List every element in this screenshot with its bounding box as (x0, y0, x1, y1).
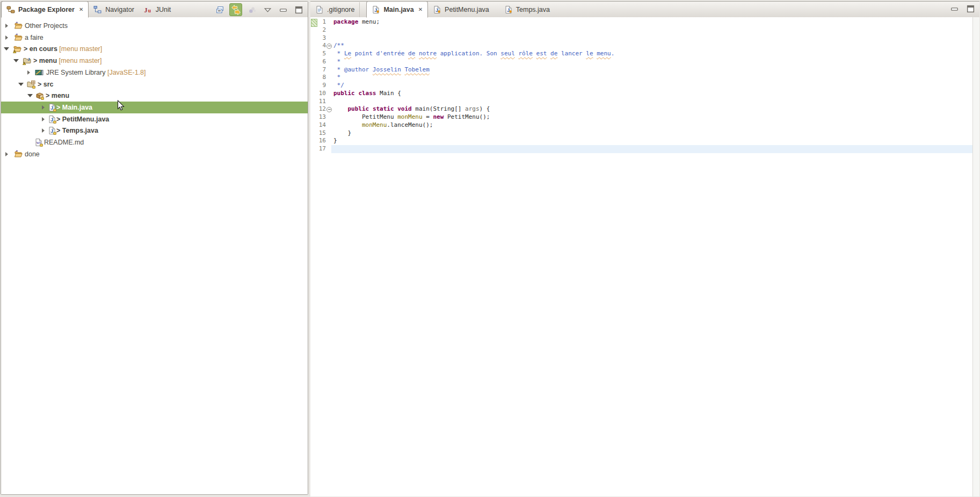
annotation-ruler[interactable] (310, 129, 317, 138)
code-line-5[interactable]: 5 * Le point d'entrée de notre applicati… (310, 50, 973, 58)
tree-item-en-cours[interactable]: > en cours [menu master] (1, 43, 308, 55)
code-text[interactable]: * (331, 74, 973, 82)
editor-tab-temps-java[interactable]: J Temps.java (499, 2, 555, 17)
line-number[interactable]: 13 (317, 113, 326, 121)
line-number[interactable]: 10 (317, 90, 326, 98)
line-number[interactable]: 4 (317, 42, 326, 50)
maximize-view-button[interactable] (293, 4, 304, 16)
annotation-ruler[interactable] (310, 42, 317, 50)
close-icon[interactable]: ✕ (79, 6, 83, 12)
folding-ruler[interactable] (326, 121, 331, 129)
tree-item-a-faire[interactable]: a faire (1, 32, 308, 44)
folding-ruler[interactable] (326, 145, 331, 153)
folding-ruler[interactable] (326, 66, 331, 74)
folding-ruler[interactable] (326, 90, 331, 98)
code-area[interactable]: 1package menu;234/**5 * Le point d'entré… (310, 17, 973, 496)
chevron-right-icon[interactable] (42, 117, 45, 121)
annotation-ruler[interactable] (310, 105, 317, 113)
code-line-12[interactable]: 12 public static void main(String[] args… (310, 105, 973, 113)
folding-ruler[interactable] (326, 74, 331, 82)
code-line-1[interactable]: 1package menu; (310, 18, 973, 26)
folding-ruler[interactable] (326, 129, 331, 138)
chevron-down-icon[interactable] (4, 47, 9, 51)
chevron-down-icon[interactable] (18, 83, 24, 86)
chevron-right-icon[interactable] (5, 35, 8, 40)
view-tab-navigator[interactable]: Navigator (89, 2, 139, 17)
line-number[interactable]: 5 (317, 50, 326, 58)
chevron-right-icon[interactable] (42, 128, 45, 133)
tree-item-menu[interactable]: > menu (1, 90, 308, 102)
view-tab-junit[interactable]: Ju JUnit (139, 2, 176, 17)
code-line-10[interactable]: 10public class Main { (310, 90, 973, 98)
annotation-ruler[interactable] (310, 26, 317, 34)
folding-ruler[interactable] (326, 50, 331, 58)
annotation-ruler[interactable] (310, 113, 317, 121)
folding-ruler[interactable] (326, 26, 331, 34)
line-number[interactable]: 17 (317, 145, 326, 153)
annotation-ruler[interactable] (310, 50, 317, 58)
line-number[interactable]: 3 (317, 34, 326, 42)
code-line-16[interactable]: 16} (310, 137, 973, 145)
code-text[interactable]: /** (331, 42, 973, 50)
annotation-ruler[interactable] (310, 58, 317, 66)
code-line-6[interactable]: 6 * (310, 58, 973, 66)
code-editor[interactable]: 1package menu;234/**5 * Le point d'entré… (310, 17, 973, 496)
folding-ruler[interactable] (326, 105, 331, 113)
code-line-9[interactable]: 9 */ (310, 82, 973, 90)
annotation-ruler[interactable] (310, 82, 317, 90)
code-line-13[interactable]: 13 PetitMenu monMenu = new PetitMenu(); (310, 113, 973, 121)
minimize-editor-button[interactable] (949, 4, 959, 13)
fold-collapse-icon[interactable] (326, 107, 332, 112)
overview-ruler[interactable] (972, 17, 979, 496)
line-number[interactable]: 7 (317, 66, 326, 74)
annotation-ruler[interactable] (310, 18, 317, 26)
collapse-all-button[interactable] (214, 4, 226, 16)
code-text[interactable]: * @author Josselin Tobelem (331, 66, 973, 74)
code-text[interactable]: * Le point d'entrée de notre application… (331, 50, 973, 58)
line-number[interactable]: 15 (317, 129, 326, 138)
folding-ruler[interactable] (326, 42, 331, 50)
line-number[interactable]: 2 (317, 26, 326, 34)
code-line-17[interactable]: 17 (310, 145, 973, 153)
line-number[interactable]: 16 (317, 137, 326, 145)
annotation-ruler[interactable] (310, 137, 317, 145)
tree-item-done[interactable]: done (1, 148, 308, 160)
code-line-15[interactable]: 15 } (310, 129, 973, 138)
folding-ruler[interactable] (326, 82, 331, 90)
tree-item-temps-java[interactable]: J> Temps.java (1, 125, 308, 136)
tree-item-src[interactable]: > src (1, 78, 308, 90)
code-text[interactable]: } (331, 129, 973, 138)
line-number[interactable]: 6 (317, 58, 326, 66)
folding-ruler[interactable] (326, 113, 331, 121)
view-tab-package-explorer[interactable]: Package Explorer ✕ (1, 1, 89, 18)
chevron-down-icon[interactable] (13, 59, 19, 62)
code-text[interactable] (331, 98, 973, 106)
tree-item-other-projects[interactable]: Other Projects (1, 20, 308, 32)
tree-item-menu[interactable]: J> menu [menu master] (1, 55, 308, 67)
line-number[interactable]: 1 (317, 18, 326, 26)
folding-ruler[interactable] (326, 137, 331, 145)
tree-item-main-java[interactable]: J> Main.java (1, 102, 308, 113)
code-text[interactable]: * (331, 58, 973, 66)
editor-tab-main-java[interactable]: J Main.java ✕ (366, 1, 428, 18)
code-text[interactable] (331, 26, 973, 34)
annotation-ruler[interactable] (310, 74, 317, 82)
code-line-8[interactable]: 8 * (310, 74, 973, 82)
code-text[interactable] (331, 34, 973, 42)
annotation-ruler[interactable] (310, 66, 317, 74)
folding-ruler[interactable] (326, 98, 331, 106)
chevron-right-icon[interactable] (5, 24, 8, 28)
close-icon[interactable]: ✕ (418, 6, 423, 12)
line-number[interactable]: 8 (317, 74, 326, 82)
tree-item-petitmenu-java[interactable]: J> PetitMenu.java (1, 113, 308, 125)
focus-on-active-task-button[interactable] (246, 4, 258, 16)
maximize-editor-button[interactable] (966, 4, 975, 13)
view-menu-button[interactable] (262, 4, 273, 16)
annotation-ruler[interactable] (310, 121, 317, 129)
code-line-4[interactable]: 4/** (310, 42, 973, 50)
line-number[interactable]: 11 (317, 98, 326, 106)
code-line-14[interactable]: 14 monMenu.lanceMenu(); (310, 121, 973, 129)
code-text[interactable]: public class Main { (331, 90, 973, 98)
folding-ruler[interactable] (326, 18, 331, 26)
code-text[interactable]: */ (331, 82, 973, 90)
